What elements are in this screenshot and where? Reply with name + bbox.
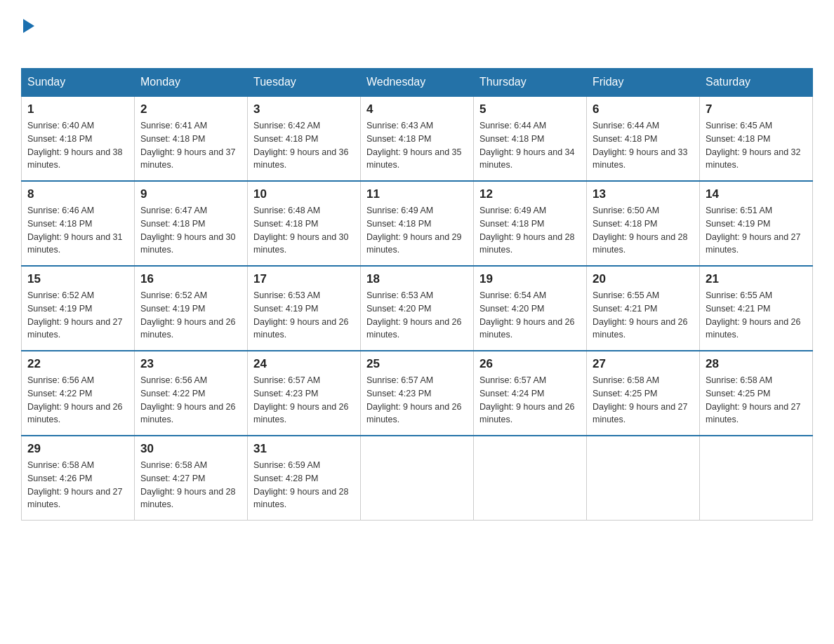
week-row-3: 15 Sunrise: 6:52 AM Sunset: 4:19 PM Dayl… [22, 266, 813, 351]
day-header-sunday: Sunday [22, 69, 135, 97]
calendar-cell: 19 Sunrise: 6:54 AM Sunset: 4:20 PM Dayl… [474, 266, 587, 351]
day-header-monday: Monday [135, 69, 248, 97]
calendar-cell: 24 Sunrise: 6:57 AM Sunset: 4:23 PM Dayl… [248, 351, 361, 436]
week-row-4: 22 Sunrise: 6:56 AM Sunset: 4:22 PM Dayl… [22, 351, 813, 436]
day-info: Sunrise: 6:55 AM Sunset: 4:21 PM Dayligh… [593, 289, 694, 342]
day-info: Sunrise: 6:42 AM Sunset: 4:18 PM Dayligh… [253, 119, 355, 172]
calendar-cell: 14 Sunrise: 6:51 AM Sunset: 4:19 PM Dayl… [700, 181, 813, 266]
day-info: Sunrise: 6:58 AM Sunset: 4:27 PM Dayligh… [140, 459, 241, 511]
day-number: 16 [140, 272, 241, 286]
day-info: Sunrise: 6:56 AM Sunset: 4:22 PM Dayligh… [27, 374, 128, 427]
page-header [21, 14, 813, 54]
calendar-cell: 16 Sunrise: 6:52 AM Sunset: 4:19 PM Dayl… [135, 266, 248, 351]
calendar-cell: 3 Sunrise: 6:42 AM Sunset: 4:18 PM Dayli… [248, 96, 361, 181]
day-info: Sunrise: 6:44 AM Sunset: 4:18 PM Dayligh… [593, 119, 694, 172]
day-header-thursday: Thursday [474, 69, 587, 97]
day-number: 23 [140, 357, 241, 371]
day-info: Sunrise: 6:53 AM Sunset: 4:20 PM Dayligh… [366, 289, 468, 342]
day-number: 10 [253, 187, 355, 201]
calendar-cell: 6 Sunrise: 6:44 AM Sunset: 4:18 PM Dayli… [587, 96, 700, 181]
calendar-cell: 21 Sunrise: 6:55 AM Sunset: 4:21 PM Dayl… [700, 266, 813, 351]
day-info: Sunrise: 6:47 AM Sunset: 4:18 PM Dayligh… [140, 204, 241, 257]
calendar-cell: 13 Sunrise: 6:50 AM Sunset: 4:18 PM Dayl… [587, 181, 700, 266]
day-number: 25 [366, 357, 468, 371]
day-info: Sunrise: 6:54 AM Sunset: 4:20 PM Dayligh… [479, 289, 581, 342]
calendar-cell: 2 Sunrise: 6:41 AM Sunset: 4:18 PM Dayli… [135, 96, 248, 181]
calendar-cell: 29 Sunrise: 6:58 AM Sunset: 4:26 PM Dayl… [22, 436, 135, 521]
day-number: 22 [27, 357, 128, 371]
day-number: 24 [253, 357, 355, 371]
week-row-5: 29 Sunrise: 6:58 AM Sunset: 4:26 PM Dayl… [22, 436, 813, 521]
day-info: Sunrise: 6:57 AM Sunset: 4:23 PM Dayligh… [366, 374, 468, 427]
calendar-cell: 8 Sunrise: 6:46 AM Sunset: 4:18 PM Dayli… [22, 181, 135, 266]
day-info: Sunrise: 6:58 AM Sunset: 4:26 PM Dayligh… [27, 459, 128, 511]
day-number: 6 [593, 102, 694, 116]
day-info: Sunrise: 6:52 AM Sunset: 4:19 PM Dayligh… [140, 289, 241, 342]
day-info: Sunrise: 6:51 AM Sunset: 4:19 PM Dayligh… [706, 204, 807, 257]
day-number: 3 [253, 102, 355, 116]
day-info: Sunrise: 6:44 AM Sunset: 4:18 PM Dayligh… [479, 119, 581, 172]
calendar-cell: 11 Sunrise: 6:49 AM Sunset: 4:18 PM Dayl… [361, 181, 474, 266]
logo [21, 14, 34, 54]
day-info: Sunrise: 6:49 AM Sunset: 4:18 PM Dayligh… [479, 204, 581, 257]
day-info: Sunrise: 6:46 AM Sunset: 4:18 PM Dayligh… [27, 204, 128, 257]
day-number: 31 [253, 442, 355, 456]
calendar-cell: 22 Sunrise: 6:56 AM Sunset: 4:22 PM Dayl… [22, 351, 135, 436]
day-header-wednesday: Wednesday [361, 69, 474, 97]
day-number: 5 [479, 102, 581, 116]
day-number: 28 [706, 357, 807, 371]
day-info: Sunrise: 6:57 AM Sunset: 4:23 PM Dayligh… [253, 374, 355, 427]
calendar-cell [361, 436, 474, 521]
calendar-cell: 28 Sunrise: 6:58 AM Sunset: 4:25 PM Dayl… [700, 351, 813, 436]
calendar-cell: 27 Sunrise: 6:58 AM Sunset: 4:25 PM Dayl… [587, 351, 700, 436]
calendar-cell: 9 Sunrise: 6:47 AM Sunset: 4:18 PM Dayli… [135, 181, 248, 266]
logo-triangle-icon [23, 19, 34, 33]
calendar-cell [700, 436, 813, 521]
day-number: 8 [27, 187, 128, 201]
calendar-cell: 30 Sunrise: 6:58 AM Sunset: 4:27 PM Dayl… [135, 436, 248, 521]
calendar-cell: 5 Sunrise: 6:44 AM Sunset: 4:18 PM Dayli… [474, 96, 587, 181]
day-number: 18 [366, 272, 468, 286]
day-number: 12 [479, 187, 581, 201]
calendar-cell: 18 Sunrise: 6:53 AM Sunset: 4:20 PM Dayl… [361, 266, 474, 351]
day-number: 29 [27, 442, 128, 456]
calendar-cell [587, 436, 700, 521]
day-number: 9 [140, 187, 241, 201]
day-header-tuesday: Tuesday [248, 69, 361, 97]
day-info: Sunrise: 6:45 AM Sunset: 4:18 PM Dayligh… [706, 119, 807, 172]
day-number: 30 [140, 442, 241, 456]
day-info: Sunrise: 6:56 AM Sunset: 4:22 PM Dayligh… [140, 374, 241, 427]
day-info: Sunrise: 6:52 AM Sunset: 4:19 PM Dayligh… [27, 289, 128, 342]
day-info: Sunrise: 6:53 AM Sunset: 4:19 PM Dayligh… [253, 289, 355, 342]
calendar-cell: 20 Sunrise: 6:55 AM Sunset: 4:21 PM Dayl… [587, 266, 700, 351]
day-info: Sunrise: 6:57 AM Sunset: 4:24 PM Dayligh… [479, 374, 581, 427]
day-number: 13 [593, 187, 694, 201]
day-info: Sunrise: 6:40 AM Sunset: 4:18 PM Dayligh… [27, 119, 128, 172]
week-row-1: 1 Sunrise: 6:40 AM Sunset: 4:18 PM Dayli… [22, 96, 813, 181]
calendar-cell: 26 Sunrise: 6:57 AM Sunset: 4:24 PM Dayl… [474, 351, 587, 436]
calendar-cell: 1 Sunrise: 6:40 AM Sunset: 4:18 PM Dayli… [22, 96, 135, 181]
day-info: Sunrise: 6:50 AM Sunset: 4:18 PM Dayligh… [593, 204, 694, 257]
calendar-cell: 12 Sunrise: 6:49 AM Sunset: 4:18 PM Dayl… [474, 181, 587, 266]
day-header-friday: Friday [587, 69, 700, 97]
day-header-saturday: Saturday [700, 69, 813, 97]
calendar-cell: 23 Sunrise: 6:56 AM Sunset: 4:22 PM Dayl… [135, 351, 248, 436]
calendar-cell: 7 Sunrise: 6:45 AM Sunset: 4:18 PM Dayli… [700, 96, 813, 181]
day-number: 4 [366, 102, 468, 116]
calendar-cell: 4 Sunrise: 6:43 AM Sunset: 4:18 PM Dayli… [361, 96, 474, 181]
day-number: 15 [27, 272, 128, 286]
week-row-2: 8 Sunrise: 6:46 AM Sunset: 4:18 PM Dayli… [22, 181, 813, 266]
day-number: 26 [479, 357, 581, 371]
day-info: Sunrise: 6:58 AM Sunset: 4:25 PM Dayligh… [706, 374, 807, 427]
day-info: Sunrise: 6:55 AM Sunset: 4:21 PM Dayligh… [706, 289, 807, 342]
day-info: Sunrise: 6:49 AM Sunset: 4:18 PM Dayligh… [366, 204, 468, 257]
day-info: Sunrise: 6:59 AM Sunset: 4:28 PM Dayligh… [253, 459, 355, 511]
day-number: 11 [366, 187, 468, 201]
day-number: 21 [706, 272, 807, 286]
day-number: 1 [27, 102, 128, 116]
calendar-cell: 10 Sunrise: 6:48 AM Sunset: 4:18 PM Dayl… [248, 181, 361, 266]
day-info: Sunrise: 6:48 AM Sunset: 4:18 PM Dayligh… [253, 204, 355, 257]
day-info: Sunrise: 6:43 AM Sunset: 4:18 PM Dayligh… [366, 119, 468, 172]
day-number: 7 [706, 102, 807, 116]
calendar-cell: 17 Sunrise: 6:53 AM Sunset: 4:19 PM Dayl… [248, 266, 361, 351]
